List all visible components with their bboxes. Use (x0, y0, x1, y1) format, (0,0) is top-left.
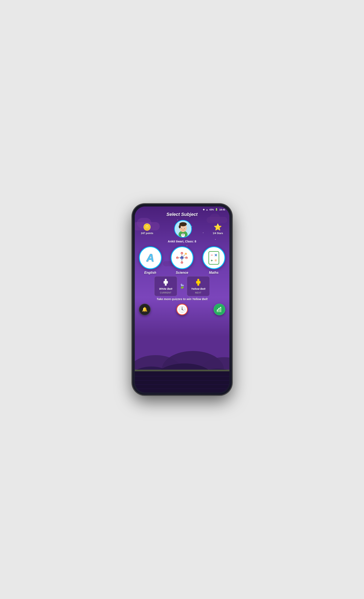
status-bar: ◈ ▲ 43% 🔋 18:45 (135, 207, 229, 212)
belt-row: White Belt CURRENT 🍃 Yellow Belt (154, 276, 210, 296)
plus-symbol: + (210, 258, 213, 263)
battery-icon: 🔋 (215, 208, 218, 211)
stars-label: 1/4 Stars (213, 232, 223, 235)
english-icon: A (147, 252, 154, 264)
svg-rect-57 (218, 309, 220, 312)
white-belt-card[interactable]: White Belt CURRENT (154, 276, 177, 296)
yellow-belt-tag: NEXT (195, 292, 202, 294)
bell-button[interactable]: 🔔 (139, 304, 151, 315)
white-belt-name: White Belt (159, 287, 172, 290)
svg-text:n: n (181, 257, 182, 259)
minus-symbol: − (210, 253, 213, 258)
equals-symbol: = (214, 258, 217, 263)
english-label: English (144, 271, 156, 275)
subject-maths[interactable]: − ✕ + = Maths (202, 246, 225, 275)
subject-english[interactable]: A English (139, 246, 162, 275)
svg-point-61 (220, 307, 221, 308)
svg-text:e: e (182, 262, 182, 264)
belt-message: Take more quizzes to win Yellow Belt (156, 297, 208, 301)
belt-section: White Belt CURRENT 🍃 Yellow Belt (139, 276, 225, 301)
svg-point-17 (179, 225, 181, 228)
points-label: 247 points (141, 232, 153, 235)
chart-icon (216, 306, 223, 313)
clock-button[interactable] (176, 304, 188, 315)
svg-point-21 (184, 228, 185, 229)
bottom-buttons: 🔔 (135, 304, 229, 315)
yellow-belt-card[interactable]: Yellow Belt NEXT (187, 276, 210, 296)
svg-rect-11 (135, 388, 229, 389)
wifi-icon: ◈ (203, 208, 205, 211)
phone-screen: ◈ ▲ 43% 🔋 18:45 Select Subject 🪙 247 poi… (135, 207, 229, 392)
belt-separator: 🍃 (179, 283, 185, 289)
maths-circle: − ✕ + = (202, 246, 225, 269)
science-label: Science (176, 271, 188, 275)
svg-text:p: p (177, 257, 178, 259)
user-name: Ankit tiwari, Class: 8 (139, 240, 225, 243)
svg-point-51 (182, 309, 182, 310)
svg-text:e: e (185, 253, 186, 255)
svg-point-59 (217, 310, 218, 311)
signal-icon: ▲ (206, 208, 208, 211)
white-belt-tag: CURRENT (160, 292, 172, 294)
mountain-background (135, 314, 229, 392)
multiply-symbol: ✕ (214, 253, 217, 258)
maths-icon: − ✕ + = (208, 251, 219, 265)
maths-label: Maths (209, 271, 218, 275)
stars-stat: ⭐ 1/4 Stars (213, 223, 223, 235)
user-avatar (174, 220, 192, 238)
svg-rect-58 (220, 308, 221, 312)
english-circle: A (139, 246, 162, 269)
svg-text:p: p (186, 257, 187, 259)
subject-science[interactable]: n e p e (171, 246, 193, 275)
phone-frame: ◈ ▲ 43% 🔋 18:45 Select Subject 🪙 247 poi… (132, 204, 232, 395)
yellow-belt-icon (195, 279, 202, 286)
svg-rect-41 (164, 281, 168, 283)
svg-rect-7 (135, 371, 229, 392)
coins-icon: 🪙 (143, 223, 151, 231)
svg-rect-45 (196, 281, 200, 283)
time-display: 18:45 (219, 208, 225, 211)
page-title: Select Subject (139, 212, 225, 217)
main-content: Select Subject 🪙 247 points (135, 212, 229, 301)
clock-icon (178, 306, 186, 313)
molecule-icon: n e p e (175, 251, 189, 265)
points-stat: 🪙 247 points (141, 223, 153, 235)
svg-point-20 (181, 228, 182, 229)
avatar-image (175, 220, 191, 237)
science-circle: n e p e (171, 246, 193, 269)
stats-row: 🪙 247 points (139, 220, 225, 238)
svg-rect-8 (135, 376, 229, 377)
chart-button[interactable] (214, 304, 225, 315)
star-icon: ⭐ (214, 223, 222, 231)
yellow-belt-name: Yellow Belt (191, 287, 206, 290)
svg-rect-10 (135, 384, 229, 385)
battery-level: 43% (209, 208, 214, 211)
white-belt-icon (162, 279, 169, 286)
svg-line-39 (183, 255, 185, 257)
svg-text:e: e (182, 253, 182, 255)
bell-icon: 🔔 (142, 307, 147, 312)
subjects-row: A English n e (139, 246, 225, 275)
svg-rect-9 (135, 380, 229, 381)
svg-point-60 (218, 308, 219, 309)
